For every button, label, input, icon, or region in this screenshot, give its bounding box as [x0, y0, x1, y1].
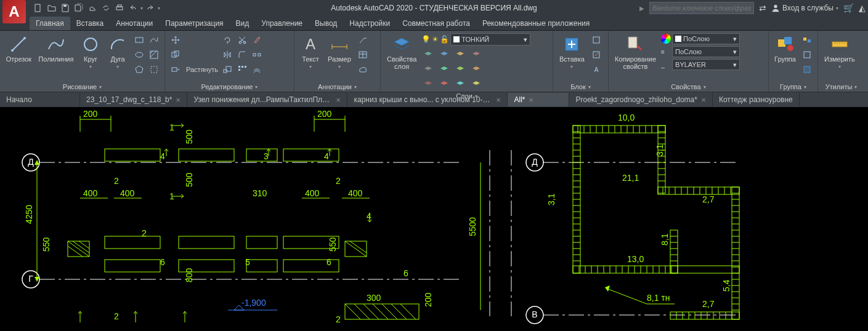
- tab-manage[interactable]: Управление: [255, 17, 309, 30]
- explode-icon[interactable]: [250, 48, 264, 62]
- panel-title-modify[interactable]: Редактирование: [169, 82, 290, 92]
- dwg-tab-start[interactable]: Начало: [0, 93, 80, 106]
- cloud-icon[interactable]: [356, 63, 370, 76]
- create-block-icon[interactable]: [590, 33, 603, 47]
- tab-output[interactable]: Вывод: [309, 17, 343, 30]
- close-icon[interactable]: ✕: [529, 97, 533, 103]
- dwg-tab[interactable]: Узел понижения дл...РампыТактилПлиты*✕: [187, 93, 347, 106]
- tab-parametrization[interactable]: Параметризация: [159, 17, 229, 30]
- tab-main[interactable]: Главная: [30, 17, 70, 30]
- close-icon[interactable]: ✕: [496, 97, 501, 103]
- dwg-tab[interactable]: Коттедж разноуровне: [713, 93, 800, 106]
- tab-annotations[interactable]: Аннотации: [110, 17, 159, 30]
- color-wheel-icon[interactable]: [661, 34, 671, 44]
- close-icon[interactable]: ✕: [336, 97, 341, 103]
- move-icon[interactable]: [169, 33, 182, 47]
- group-edit-icon[interactable]: [800, 48, 814, 62]
- tab-addons[interactable]: Надстройки: [343, 17, 396, 30]
- qat-redo-icon[interactable]: [144, 2, 156, 14]
- spline-icon[interactable]: [147, 33, 161, 47]
- polyline-tool[interactable]: Полилиния: [36, 33, 76, 64]
- linetype-dropdown[interactable]: BYLAYER▾: [672, 59, 740, 70]
- dwg-tab[interactable]: Proekt_zagorodnogo_zhiloho_doma*✕: [569, 93, 712, 106]
- qat-sync-icon[interactable]: [100, 2, 112, 14]
- layer-walk-icon[interactable]: [469, 63, 483, 76]
- layer-props-tool[interactable]: Свойства слоя: [384, 33, 419, 71]
- arc-tool[interactable]: Дуга ▾: [105, 33, 130, 71]
- cart-icon[interactable]: 🛒: [843, 3, 854, 13]
- layer-state-icon[interactable]: [421, 48, 435, 62]
- panel-title-group[interactable]: Группа: [773, 82, 814, 92]
- search-input[interactable]: [649, 2, 754, 14]
- rect-icon[interactable]: [132, 33, 146, 47]
- qat-save-icon[interactable]: [59, 2, 71, 14]
- close-icon[interactable]: ✕: [176, 97, 180, 103]
- edit-block-icon[interactable]: [590, 48, 603, 62]
- ellipse-icon[interactable]: [132, 48, 146, 62]
- stretch-icon[interactable]: [169, 63, 182, 76]
- share-icon[interactable]: ⇄: [759, 3, 766, 13]
- tab-view[interactable]: Вид: [230, 17, 256, 30]
- panel-title-block[interactable]: Блок: [557, 82, 604, 92]
- qat-open-icon[interactable]: [46, 2, 58, 14]
- color-dropdown[interactable]: ПоСлою▾: [672, 33, 740, 44]
- scale-icon[interactable]: [221, 63, 234, 76]
- trim-icon[interactable]: [235, 33, 249, 47]
- group-tool[interactable]: Группа: [773, 33, 798, 64]
- drawing-canvas[interactable]: Д Г 4250 200 200 1 1 500 500 4 3 4: [0, 107, 868, 331]
- layer-iso-icon[interactable]: [437, 48, 451, 62]
- qat-new-icon[interactable]: [32, 2, 44, 14]
- array-icon[interactable]: [235, 63, 249, 76]
- erase-icon[interactable]: [250, 33, 264, 47]
- measure-tool[interactable]: Измерить ▾: [822, 33, 858, 71]
- rotate-icon[interactable]: [221, 33, 234, 47]
- panel-title-utils[interactable]: Утилиты: [822, 82, 861, 92]
- app-logo[interactable]: A: [2, 0, 26, 23]
- layer-dropdown[interactable]: ТОНКИЙ ▾: [450, 33, 530, 46]
- dwg-tab[interactable]: карниз крыши с выно... с уклоном 10-16)*…: [347, 93, 508, 106]
- login-button[interactable]: Вход в службы ▾: [771, 4, 838, 12]
- line-tool[interactable]: Отрезок: [4, 33, 34, 64]
- insert-block-tool[interactable]: Вставка ▾: [557, 33, 587, 71]
- dimension-tool[interactable]: Размер ▾: [325, 33, 354, 71]
- dwg-tab[interactable]: 23_10_17_dwg_c_118_b*✕: [80, 93, 187, 106]
- dropdown-icon[interactable]: ▾: [140, 6, 143, 11]
- copy-icon[interactable]: [169, 48, 182, 62]
- lineweight-dropdown[interactable]: ПоСлою▾: [672, 46, 740, 57]
- dropdown-icon[interactable]: ▾: [158, 6, 160, 11]
- leader-icon[interactable]: [356, 33, 370, 47]
- layer-match-icon[interactable]: [437, 63, 451, 76]
- circle-tool[interactable]: Круг ▾: [78, 33, 103, 71]
- layer-prev-icon[interactable]: [453, 63, 467, 76]
- mirror-icon[interactable]: [221, 48, 234, 62]
- autodesk-icon[interactable]: ◭: [859, 3, 866, 13]
- qat-undo-icon[interactable]: [127, 2, 139, 14]
- layer-freeze-icon[interactable]: [453, 48, 467, 62]
- offset-icon[interactable]: [250, 63, 264, 76]
- tab-recommended[interactable]: Рекомендованные приложения: [476, 17, 596, 30]
- dwg-tab[interactable]: All*✕: [508, 93, 569, 106]
- panel-title-draw[interactable]: Рисование: [4, 82, 161, 92]
- ungroup-icon[interactable]: [800, 33, 814, 47]
- fillet-icon[interactable]: [235, 48, 249, 62]
- layer-change-icon[interactable]: [453, 78, 467, 91]
- group-select-icon[interactable]: [800, 63, 814, 76]
- qat-saveall-icon[interactable]: [73, 2, 85, 14]
- panel-title-props[interactable]: Свойства: [612, 82, 765, 92]
- layer-del-icon[interactable]: [437, 78, 451, 91]
- tab-collab[interactable]: Совместная работа: [396, 17, 476, 30]
- tab-insert[interactable]: Вставка: [70, 17, 110, 30]
- polygon-icon[interactable]: [132, 63, 146, 76]
- match-props-tool[interactable]: Копирование свойств: [612, 33, 659, 71]
- table-icon[interactable]: [356, 48, 370, 62]
- layer-copy-icon[interactable]: [469, 78, 483, 91]
- close-icon[interactable]: ✕: [701, 97, 706, 103]
- panel-title-annotation[interactable]: Аннотации: [298, 82, 376, 92]
- layer-off-icon[interactable]: [421, 63, 435, 76]
- qat-print-icon[interactable]: [113, 2, 126, 14]
- text-tool[interactable]: A Текст ▾: [298, 33, 323, 71]
- layer-lock-icon[interactable]: [469, 48, 483, 62]
- layer-merge-icon[interactable]: [421, 78, 435, 91]
- qat-cloud-icon[interactable]: [86, 2, 99, 14]
- hatch-icon[interactable]: [147, 48, 161, 62]
